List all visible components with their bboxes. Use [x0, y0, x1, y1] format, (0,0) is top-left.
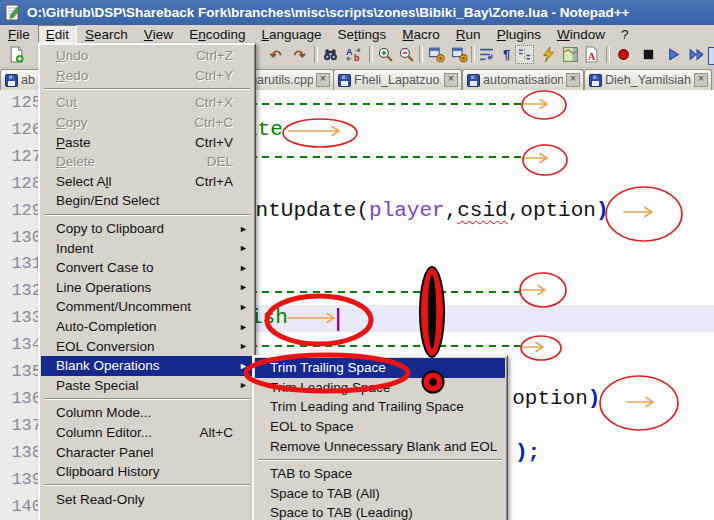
word-wrap-icon[interactable] — [477, 45, 496, 64]
menu-item-eol-conversion[interactable]: EOL Conversion► — [41, 336, 253, 356]
submenu-arrow-icon: ► — [239, 263, 248, 273]
menu-item-label: Copy to Clipboard — [56, 221, 233, 236]
code-token: , — [445, 199, 458, 222]
tab-close-icon[interactable]: × — [566, 73, 580, 87]
menubar-item-view[interactable]: View — [136, 25, 181, 43]
menu-item-indent[interactable]: Indent► — [41, 238, 253, 258]
menu-item-redo[interactable]: RedoCtrl+Y — [41, 66, 253, 86]
menu-item-label: Remove Unnecessary Blank and EOL — [270, 439, 497, 454]
menu-item-set-read-only[interactable]: Set Read-Only — [41, 489, 253, 509]
sync-vertical-icon[interactable] — [427, 45, 446, 64]
submenu-item-eol-to-space[interactable]: EOL to Space — [255, 417, 505, 437]
menu-item-begin-end-select[interactable]: Begin/End Select — [41, 191, 253, 211]
line-number: 139 — [2, 467, 42, 494]
indent-guide-icon[interactable] — [515, 45, 534, 64]
code-token: player — [369, 199, 445, 222]
menu-item-delete[interactable]: DeleteDEL — [41, 152, 253, 172]
menu-item-label: Space to TAB (Leading) — [270, 505, 485, 520]
menubar-item-plugins[interactable]: Plugins — [489, 25, 549, 43]
menubar-item-encoding[interactable]: Encoding — [181, 25, 253, 43]
macro-play-icon[interactable] — [664, 45, 683, 64]
menu-item-shortcut: Ctrl+C — [194, 115, 233, 130]
function-list-icon[interactable] — [539, 45, 558, 64]
menu-item-clipboard-history[interactable]: Clipboard History — [41, 462, 253, 482]
menu-separator — [42, 481, 252, 489]
submenu-item-space-to-tab-all[interactable]: Space to TAB (All) — [255, 484, 505, 504]
menu-item-paste-special[interactable]: Paste Special► — [41, 376, 253, 396]
menubar-item-language[interactable]: Language — [253, 25, 329, 43]
menu-item-label: Blank Operations — [56, 358, 233, 373]
document-map-icon[interactable] — [561, 45, 580, 64]
menubar-item-settings[interactable]: Settings — [330, 25, 395, 43]
macro-run-multiple-icon[interactable] — [687, 45, 706, 64]
menu-item-comment-uncomment[interactable]: Comment/Uncomment► — [41, 297, 253, 317]
line-number: 130 — [2, 225, 42, 252]
submenu-item-space-to-tab-leading[interactable]: Space to TAB (Leading) — [255, 503, 505, 520]
menu-item-column-editor[interactable]: Column Editor...Alt+C — [41, 423, 253, 443]
menu-item-label: EOL to Space — [270, 419, 485, 434]
macro-stop-icon[interactable] — [639, 45, 658, 64]
tab-automatisation.lua[interactable]: automatisation.lua× — [462, 69, 584, 90]
menu-item-label: Cut — [56, 95, 185, 110]
menu-item-label: Set Read-Only — [56, 492, 233, 507]
menu-item-auto-completion[interactable]: Auto-Completion► — [41, 317, 253, 337]
submenu-item-trim-leading-and-trailing-space[interactable]: Trim Leading and Trailing Space — [255, 397, 505, 417]
submenu-arrow-icon: ► — [239, 224, 248, 234]
menubar-item-window[interactable]: Window — [549, 25, 613, 43]
tab-close-icon[interactable]: × — [444, 73, 458, 87]
zoom-out-icon[interactable] — [397, 45, 416, 64]
find-icon[interactable] — [321, 45, 340, 64]
menu-item-label: Begin/End Select — [56, 193, 233, 208]
submenu-item-trim-trailing-space[interactable]: Trim Trailing Space — [255, 358, 505, 378]
submenu-item-trim-leading-space[interactable]: Trim Leading Space — [255, 378, 505, 398]
undo-icon[interactable]: ↶ — [266, 45, 285, 64]
tab-fheli_lapatzuo.lua[interactable]: Fheli_Lapatzuo.lua× — [333, 69, 462, 90]
menu-item-select-all[interactable]: Select AllCtrl+A — [41, 172, 253, 192]
replace-icon[interactable]: Ab — [344, 45, 363, 64]
menu-item-column-mode[interactable]: Column Mode... — [41, 403, 253, 423]
submenu-item-remove-unnecessary-blank-and-eol[interactable]: Remove Unnecessary Blank and EOL — [255, 436, 505, 456]
menu-item-blank-operations[interactable]: Blank Operations► — [41, 356, 253, 376]
submenu-item-tab-to-space[interactable]: TAB to Space — [255, 464, 505, 484]
line-number: 137 — [2, 413, 42, 440]
toolbar-separator — [471, 46, 475, 63]
tab-close-icon[interactable]: × — [694, 73, 708, 87]
line-number: 135 — [2, 359, 42, 386]
blank-operations-submenu: Trim Trailing SpaceTrim Leading SpaceTri… — [252, 355, 508, 520]
menubar-item-?[interactable]: ? — [613, 25, 637, 43]
code-token: , — [508, 199, 521, 222]
code-line: entUpdate(player,csid,option) — [243, 198, 609, 225]
menu-item-label: Character Panel — [56, 445, 233, 460]
menu-item-cut[interactable]: CutCtrl+X — [41, 93, 253, 113]
menu-item-copy-to-clipboard[interactable]: Copy to Clipboard► — [41, 219, 253, 239]
redo-icon[interactable]: ↷ — [290, 45, 309, 64]
menu-item-character-panel[interactable]: Character Panel — [41, 442, 253, 462]
document-switcher-icon[interactable]: A — [582, 45, 601, 64]
partial-toolbar-icon — [708, 47, 714, 65]
tab-dieh_yamilsiah.lua[interactable]: Dieh_Yamilsiah.lua× — [584, 69, 712, 90]
macro-record-icon[interactable] — [614, 45, 633, 64]
submenu-arrow-icon: ► — [239, 282, 248, 292]
zoom-in-icon[interactable] — [376, 45, 395, 64]
title-bar: O:\GitHub\DSP\Shareback Fork\branches\mi… — [0, 0, 714, 25]
menu-bar: FileEditSearchViewEncodingLanguageSettin… — [0, 25, 714, 43]
code-token: ,option — [500, 387, 588, 410]
menu-item-shortcut: Ctrl+A — [195, 174, 233, 189]
menubar-item-edit[interactable]: Edit — [38, 25, 77, 43]
tab-close-icon[interactable]: × — [316, 73, 330, 87]
menu-item-label: Copy — [56, 115, 184, 130]
menu-item-line-operations[interactable]: Line Operations► — [41, 278, 253, 298]
menu-separator — [42, 395, 252, 403]
menubar-item-file[interactable]: File — [0, 25, 38, 43]
show-all-characters-icon[interactable]: ¶ — [497, 45, 516, 64]
menu-item-copy[interactable]: CopyCtrl+C — [41, 113, 253, 133]
menubar-item-run[interactable]: Run — [448, 25, 489, 43]
new-file-icon[interactable] — [7, 45, 26, 64]
line-number: 132 — [2, 278, 42, 305]
menubar-item-macro[interactable]: Macro — [394, 25, 448, 43]
menu-item-convert-case-to[interactable]: Convert Case to► — [41, 258, 253, 278]
menu-item-undo[interactable]: UndoCtrl+Z — [41, 46, 253, 66]
sync-horizontal-icon[interactable] — [450, 45, 469, 64]
menu-item-paste[interactable]: PasteCtrl+V — [41, 132, 253, 152]
menubar-item-search[interactable]: Search — [77, 25, 136, 43]
